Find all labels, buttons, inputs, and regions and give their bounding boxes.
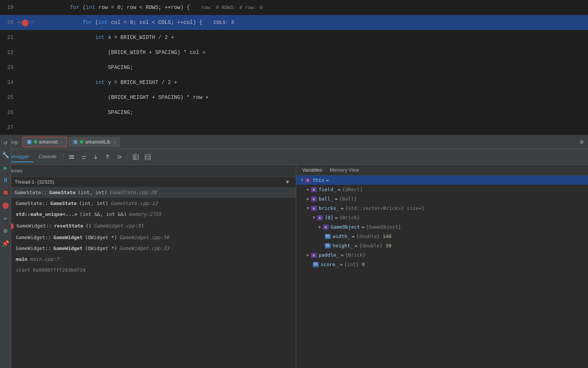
var-type-icon-2: ≡ <box>311 196 317 202</box>
line-number-27: 27 <box>0 124 19 130</box>
var-expand-8[interactable]: ▶ <box>307 253 309 257</box>
line-number-26: 26 <box>0 109 19 115</box>
tab-icon-arkanoidlib: A <box>73 139 78 145</box>
step-out-btn[interactable] <box>102 151 113 163</box>
var-eq-8: = <box>340 252 344 258</box>
var-eq-5: = <box>362 224 364 230</box>
line-number-19: 19 <box>0 4 19 10</box>
var-name-6: width_ <box>333 233 350 239</box>
var-name-3: bricks_ <box>319 205 339 211</box>
code-content-23: SPACING; <box>32 64 133 70</box>
frame-file: memory:2755 <box>129 211 161 217</box>
frame-func-reg: (QWidget *) <box>85 245 117 251</box>
frames-panel: Frames ✓Thread-1- (32325)▼⏸ GameState::G… <box>0 165 296 368</box>
code-line-24: 24 int y = BRICK_HEIGHT / 2 + <box>0 75 588 90</box>
table-view-btn[interactable] <box>130 151 141 163</box>
var-row-5[interactable]: ▶≡GameObject = {GameObject} <box>296 222 588 232</box>
variable-tree: ▼≡this = ▶≡field_ = {QRect}▶≡ball_ = {Ba… <box>296 175 588 368</box>
frames-list: ✓Thread-1- (32325)▼⏸ GameState::GameStat… <box>0 177 296 275</box>
pause-sidebar-icon[interactable]: ⏸ <box>1 175 10 185</box>
var-name-1: field_ <box>319 187 336 192</box>
var-expand-5[interactable]: ▶ <box>319 224 321 229</box>
svg-text:A: A <box>28 141 30 144</box>
var-expand-2[interactable]: ▶ <box>307 196 309 201</box>
var-row-1[interactable]: ▶≡field_ = {QRect} <box>296 185 588 194</box>
pin-icon[interactable]: 📌 <box>0 238 11 249</box>
settings-gear-icon[interactable]: ⚙ <box>578 137 585 147</box>
frame-item-6[interactable]: main main.cpp:7 <box>0 254 296 265</box>
tab-close-arkanoidlib[interactable]: × <box>113 140 116 144</box>
frame-file: GameWidget.cpp:33 <box>119 245 169 251</box>
gear-sidebar-icon[interactable]: ⚙ <box>2 226 9 236</box>
tab-close-arkanoid[interactable]: × <box>61 140 63 144</box>
debug-tab-arkanoid[interactable]: A arkanoid × <box>22 137 67 147</box>
thread-row[interactable]: ✓Thread-1- (32325)▼ <box>0 177 296 187</box>
frame-item-0[interactable]: ⏸ GameState::GameState(int, int) GameSta… <box>0 187 296 198</box>
frame-item-2[interactable]: std::make_unique<...>(int &&, int &&) me… <box>0 209 296 220</box>
frames-header: Frames <box>0 165 296 177</box>
var-value-1: {QRect} <box>342 187 363 192</box>
var-name-0: this <box>313 177 324 183</box>
frame-func-reg: (QWidget *) <box>85 235 117 240</box>
tab-variables[interactable]: Variables <box>302 167 322 173</box>
code-line-25: 25 (BRICK_HEIGHT + SPACING) * row + <box>0 90 588 105</box>
play-icon[interactable]: ▶ <box>2 163 9 173</box>
var-row-4[interactable]: ▼≡[0] = {Brick} <box>296 213 588 222</box>
continue-btn[interactable] <box>114 151 125 163</box>
var-row-0[interactable]: ▼≡this = <box>296 175 588 185</box>
vars-header-tabs: Variables Memory View <box>296 165 588 175</box>
frame-item-1[interactable]: GameState::GameState(int, int) GameState… <box>0 198 296 209</box>
svg-rect-6 <box>69 158 74 159</box>
var-expand-1[interactable]: ▶ <box>307 187 309 192</box>
line-number-22: 22 <box>0 49 19 55</box>
frame-item-7[interactable]: start 0x00007fff203bdf3d <box>0 265 296 275</box>
restore-btn[interactable] <box>66 151 77 163</box>
step-into-btn[interactable] <box>90 151 101 163</box>
tab-icon-arkanoid: A <box>27 139 32 145</box>
tab-console[interactable]: Console <box>34 151 61 162</box>
line-number-20: 20 <box>0 19 19 25</box>
var-eq-7: = <box>355 243 358 248</box>
debug-tabbar: Debug: A arkanoid × A arkanoidLib × ⚙ <box>0 135 588 149</box>
edit-icon[interactable]: ✏ <box>2 213 9 223</box>
frame-func-prefix: GameState:: <box>16 200 48 206</box>
svg-rect-11 <box>133 154 138 160</box>
var-row-7[interactable]: 01height_ = {double} 30 <box>296 241 588 250</box>
frame-item-3[interactable]: ⬤ GameWidget::resetState() GameWidget.cp… <box>0 220 296 232</box>
left-sidebar: ↺ 🔧 ▶ ⏸ ⏹ ⬤ ✏ ⚙ 📌 <box>0 135 11 368</box>
var-row-9[interactable]: 01score_ = {int} 0 <box>296 260 588 269</box>
var-value-8: {Brick} <box>345 252 366 258</box>
stop-sidebar-icon[interactable]: ⏹ <box>1 188 10 198</box>
var-eq-6: = <box>352 233 355 239</box>
record-sidebar-icon[interactable]: ⬤ <box>1 200 10 211</box>
tab-memory-view[interactable]: Memory View <box>330 167 359 173</box>
var-row-2[interactable]: ▶≡ball_ = {Ball} <box>296 194 588 203</box>
list-view-btn[interactable] <box>142 151 153 163</box>
var-row-6[interactable]: 01width_ = {double} 148 <box>296 232 588 241</box>
debug-content: Frames ✓Thread-1- (32325)▼⏸ GameState::G… <box>0 165 588 368</box>
frame-item-4[interactable]: GameWidget::GameWidget(QWidget *) GameWi… <box>0 232 296 243</box>
var-expand-0[interactable]: ▼ <box>301 178 303 183</box>
line-icons-20: →⬤🛡 <box>19 18 32 27</box>
var-type-icon-3: ≡ <box>311 206 317 211</box>
breakpoint-icon[interactable]: ⬤ <box>21 18 29 27</box>
thread-expand-icon[interactable]: ▼ <box>285 179 290 185</box>
var-name-5: GameObject <box>331 224 360 230</box>
frame-func-bold: std::make_unique<...> <box>16 211 77 217</box>
restart-icon[interactable]: ↺ <box>2 137 9 148</box>
svg-rect-4 <box>69 155 74 156</box>
frame-func-start: start <box>16 267 30 273</box>
var-eq-0: = <box>326 177 329 183</box>
step-over-btn[interactable] <box>78 151 89 163</box>
debug-tab-arkanoidlib[interactable]: A arkanoidLib × <box>69 137 120 147</box>
svg-rect-15 <box>145 154 150 160</box>
frame-item-5[interactable]: GameWidget::GameWidget(QWidget *) GameWi… <box>0 243 296 254</box>
wrench-icon[interactable]: 🔧 <box>0 150 11 160</box>
var-expand-4[interactable]: ▼ <box>313 215 315 220</box>
var-row-3[interactable]: ▼≡bricks_ = {std::vector<Brick>} size=1 <box>296 203 588 213</box>
line-number-24: 24 <box>0 79 19 85</box>
var-row-8[interactable]: ▶≡paddle_ = {Brick} <box>296 250 588 260</box>
var-name-8: paddle_ <box>319 252 339 258</box>
thread-label: Thread-1- (32325) <box>15 179 54 185</box>
var-expand-3[interactable]: ▼ <box>307 206 309 211</box>
